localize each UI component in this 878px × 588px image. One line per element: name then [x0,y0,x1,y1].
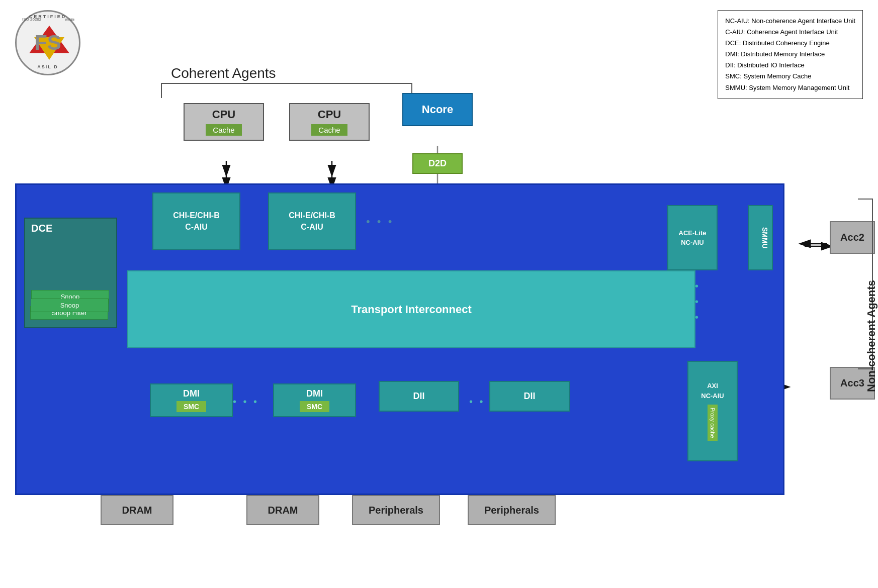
dmi-block-2: DMI SMC [273,383,356,417]
logo-asild-text: ASIL D [37,64,58,69]
cpu-title-1: CPU [191,108,257,121]
logo-exida-text: exida [65,17,74,22]
dmi-label-1: DMI [156,388,227,399]
legend-item: DMI: Distributed Memory Interface [725,49,855,60]
snoop-card-2: Snoop [31,299,109,312]
logo-fs-text: FS [34,31,61,55]
chi-dots: • • • [366,215,394,228]
chi-label-1: CHI-E/CHI-BC-AIU [173,210,219,233]
d2d-box: D2D [412,153,463,174]
legend-item: SMMU: System Memory Management Unit [725,82,855,93]
peripherals-label-2: Peripherals [484,505,539,516]
smc-badge-1: SMC [177,401,206,412]
dmi-dots: • • • [233,396,259,408]
legend-item: SMC: System Memory Cache [725,71,855,82]
coherent-agents-bracket [161,83,412,98]
dram-label-2: DRAM [268,505,298,516]
acc3-label: Acc3 [840,377,864,389]
cpu-cache-badge-1: Cache [206,124,241,136]
dii-block-1: DII [379,381,459,412]
legend-item: DCE: Distributed Coherency Engine [725,38,855,49]
dce-title: DCE [25,219,116,238]
dram-box-1: DRAM [101,495,173,525]
transport-block: Transport Interconnect [127,270,695,348]
chi-block-2: CHI-E/CHI-BC-AIU [268,192,356,250]
chi-label-2: CHI-E/CHI-BC-AIU [289,210,335,233]
proxy-cache-label: Proxy cache [708,405,718,441]
peripherals-box-1: Peripherals [352,495,440,525]
smmu-block: SMMU [748,205,773,270]
non-coherent-text: Non-coherent Agents [865,280,878,392]
peripherals-box-2: Peripherals [468,495,556,525]
dram-label-1: DRAM [122,505,152,516]
cpu-title-2: CPU [296,108,363,121]
axi-block: AXINC-AIU Proxy cache [687,361,738,461]
dii-label-1: DII [413,391,424,401]
cpu-box-1: CPU Cache [184,103,264,141]
axi-label: AXINC-AIU [701,381,724,401]
ncore-box: Ncore [402,93,473,126]
smmu-label: SMMU [761,227,769,249]
legend-item: C-AIU: Coherence Agent Interface Unit [725,27,855,38]
dram-box-2: DRAM [246,495,319,525]
legend-box: NC-AIU: Non-coherence Agent Interface Un… [718,10,863,99]
dii-block-2: DII [489,381,570,412]
ncore-label: Ncore [422,103,453,116]
dce-container: DCE Snoop Snoop Snoop Filter [24,218,117,328]
snoop-filter-stack: Snoop Snoop Snoop Filter [30,279,108,320]
cpu-cache-badge-2: Cache [311,124,347,136]
legend-item: NC-AIU: Non-coherence Agent Interface Un… [725,16,855,27]
dii-label-2: DII [523,391,535,401]
ace-label: ACE-LiteNC-AIU [679,228,707,248]
nc-aiu-dots: • • • [695,280,698,323]
dmi-label-2: DMI [279,388,350,399]
logo-area: FS CERTIFIED ASIL D exida ISO 26262 [15,10,80,75]
cpu-box-2: CPU Cache [289,103,370,141]
transport-label: Transport Interconnect [351,303,472,316]
logo-iso-text: ISO 26262 [22,17,41,22]
legend-item: DII: Distributed IO Interface [725,60,855,71]
coherent-agents-label: Coherent Agents [171,65,276,81]
dmi-block-1: DMI SMC [150,383,233,417]
ace-block: ACE-LiteNC-AIU [667,205,718,270]
main-container: CHI-E/CHI-BC-AIU CHI-E/CHI-BC-AIU • • • … [15,183,784,495]
d2d-label: D2D [428,158,447,168]
non-coherent-agents-label: Non-coherent Agents [865,221,878,392]
peripherals-label-1: Peripherals [369,505,423,516]
chi-block-1: CHI-E/CHI-BC-AIU [152,192,240,250]
smc-badge-2: SMC [300,401,329,412]
